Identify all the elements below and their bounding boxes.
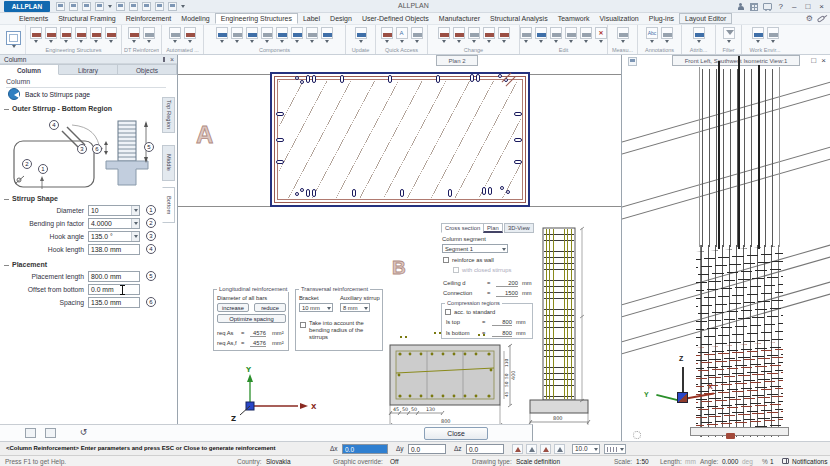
bending-pin-factor-input[interactable]: 4.0000 — [88, 218, 140, 229]
shop-cart-icon[interactable] — [763, 3, 772, 10]
ceiling-d-input[interactable]: 200 — [496, 280, 518, 287]
bending-radius-checkbox[interactable] — [300, 322, 306, 328]
diameter-input[interactable]: 10 — [88, 205, 140, 216]
ribbon-icon[interactable] — [276, 27, 288, 39]
ribbon-icon[interactable] — [321, 27, 333, 39]
tab-structural-analysis[interactable]: Structural Analysis — [485, 14, 553, 23]
segment-select[interactable]: Segment 1 — [442, 244, 508, 253]
copy-settings-icon[interactable] — [45, 428, 56, 438]
pattern-select[interactable] — [604, 444, 626, 454]
user-account-icon[interactable] — [737, 3, 745, 11]
scale-value[interactable]: 1:50 — [636, 458, 649, 465]
close-icon[interactable]: × — [819, 55, 828, 66]
allplan-logo[interactable]: ALLPLAN — [4, 1, 50, 12]
ribbon-icon[interactable] — [483, 27, 495, 39]
connection-input[interactable]: 1500 — [496, 290, 518, 297]
ribbon-icon[interactable] — [752, 27, 764, 39]
tab-cross-section[interactable]: Cross section — [441, 223, 484, 233]
ribbon-icon[interactable] — [246, 27, 258, 39]
ribbon-icon[interactable] — [60, 27, 72, 39]
tab-design[interactable]: Design — [325, 14, 357, 23]
region-tab-bottom[interactable]: Bottom Reg... — [162, 187, 175, 223]
ribbon-icon[interactable] — [306, 27, 318, 39]
section-stirrup-shape[interactable]: Stirrup Shape — [4, 195, 58, 202]
palette-tab-objects[interactable]: Objects — [118, 64, 177, 75]
ls-top-input[interactable]: 800 — [492, 319, 512, 326]
section-outer-stirrup[interactable]: Outer Stirrup - Bottom Region — [4, 105, 112, 112]
drawing-type-value[interactable]: Scale definition — [516, 458, 560, 465]
tab-3d-view[interactable]: 3D-View — [504, 223, 534, 233]
angle-value[interactable]: 0.000 — [722, 458, 738, 465]
ribbon-icon[interactable] — [143, 27, 155, 39]
close-button[interactable]: Close — [424, 427, 488, 440]
undo-icon[interactable]: ↺ — [78, 428, 89, 438]
tab-structural-framing[interactable]: Structural Framing — [53, 14, 121, 23]
redo-icon[interactable] — [129, 2, 138, 11]
task-area-button[interactable] — [2, 25, 26, 54]
heart-icon[interactable] — [693, 27, 705, 39]
ribbon-icon[interactable] — [45, 27, 57, 39]
ribbon-icon[interactable] — [128, 27, 140, 39]
ribbon-icon[interactable] — [468, 27, 480, 39]
open-icon[interactable] — [69, 2, 78, 11]
gizmo-cube[interactable] — [678, 393, 687, 402]
palette-caption[interactable]: Column × — [0, 55, 177, 64]
tab-engineering-structures[interactable]: Engineering Structures — [215, 13, 298, 24]
abc-text-icon[interactable]: Abc — [646, 27, 658, 39]
delta-z-input[interactable]: 0.0 — [466, 444, 504, 454]
delta-y-input[interactable]: 0.0 — [408, 444, 446, 454]
tab-layout-editor[interactable]: Layout Editor — [679, 13, 732, 24]
country-value[interactable]: Slovakia — [266, 458, 291, 465]
gear-icon[interactable]: ⚙ — [806, 14, 813, 24]
copy-icon[interactable] — [142, 2, 151, 11]
key-icon[interactable] — [817, 15, 826, 23]
coordinate-icon[interactable] — [540, 444, 551, 454]
hook-length-input[interactable]: 138.0 mm — [88, 244, 140, 255]
reinforce-as-wall-checkbox[interactable] — [443, 257, 449, 263]
ribbon-icon[interactable] — [75, 27, 87, 39]
ribbon-icon[interactable] — [580, 27, 592, 39]
dropdown-button[interactable] — [131, 206, 139, 215]
bracket-select[interactable]: 10 mm — [299, 303, 333, 312]
pencil-icon[interactable] — [381, 27, 393, 39]
measure-icon[interactable] — [617, 27, 629, 39]
ribbon-icon[interactable] — [438, 27, 450, 39]
export-icon[interactable] — [95, 2, 104, 11]
closed-stirrups-checkbox[interactable] — [453, 267, 459, 273]
optimize-spacing-button[interactable]: Optimize spacing — [217, 314, 286, 323]
ribbon-icon[interactable] — [105, 27, 117, 39]
track-point-icon[interactable] — [526, 444, 537, 454]
ribbon-icon[interactable] — [550, 27, 562, 39]
auxiliary-stirrup-select[interactable]: 8 mm — [340, 303, 370, 312]
graphic-override-value[interactable]: Off — [390, 458, 399, 465]
isometric-viewport[interactable]: Front Left, Southwest Isometric View:1 □… — [621, 55, 830, 441]
percent-value[interactable]: 1 — [770, 458, 774, 465]
minimize-icon[interactable]: – — [790, 1, 798, 12]
pin-icon[interactable] — [163, 57, 165, 62]
ribbon-icon[interactable] — [169, 27, 181, 39]
apps-grid-icon[interactable] — [750, 3, 758, 11]
dropdown-button[interactable] — [131, 232, 139, 241]
new-icon[interactable] — [56, 2, 65, 11]
ribbon-icon[interactable] — [520, 27, 532, 39]
undo-icon[interactable] — [116, 2, 125, 11]
text-icon[interactable]: A — [396, 27, 408, 39]
viewport-stack-icon[interactable] — [628, 57, 637, 66]
offset-from-bottom-input[interactable]: 0.0 mm — [88, 284, 140, 295]
tab-visualization[interactable]: Visualization — [595, 14, 644, 23]
dropdown-button[interactable] — [131, 219, 139, 228]
paste-icon[interactable] — [155, 2, 164, 11]
placement-length-input[interactable]: 800.0 mm — [88, 271, 140, 282]
spacing-input[interactable]: 135.0 mm — [88, 297, 140, 308]
reduce-button[interactable]: reduce — [254, 303, 286, 312]
increase-button[interactable]: increase — [217, 303, 249, 312]
help-icon[interactable]: ? — [777, 1, 785, 12]
close-icon[interactable]: × — [170, 55, 174, 64]
ribbon-icon[interactable] — [216, 27, 228, 39]
notifications-link[interactable]: Notifications — [792, 458, 827, 465]
acc-to-standard-checkbox[interactable] — [445, 309, 451, 315]
viewport-tab-isometric[interactable]: Front Left, Southwest Isometric View:1 — [672, 55, 800, 66]
ls-bottom-input[interactable]: 800 — [492, 330, 512, 337]
tab-modeling[interactable]: Modeling — [176, 14, 214, 23]
point-snap-icon[interactable] — [512, 444, 523, 454]
